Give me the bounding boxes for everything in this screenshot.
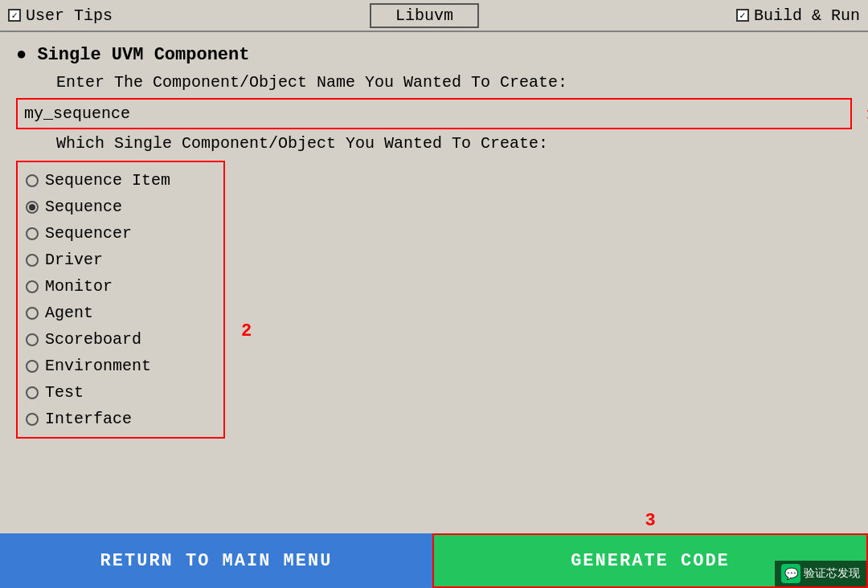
radio-circle-6 bbox=[26, 333, 39, 346]
content-area: Sequence ItemSequenceSequencerDriverMoni… bbox=[16, 161, 852, 439]
step-number-2: 2 bbox=[241, 321, 252, 341]
radio-item-agent[interactable]: Agent bbox=[26, 300, 215, 326]
wechat-badge: 💬 验证芯发现 bbox=[775, 561, 866, 586]
bottom-bar: RETURN TO MAIN MENU 3 GENERATE CODE 💬 验证… bbox=[0, 533, 868, 588]
radio-item-sequence-item[interactable]: Sequence Item bbox=[26, 167, 215, 194]
radio-item-sequencer[interactable]: Sequencer bbox=[26, 220, 215, 247]
radio-item-test[interactable]: Test bbox=[26, 379, 215, 406]
libuvm-section: Libuvm bbox=[113, 3, 736, 28]
radio-label-6: Scoreboard bbox=[45, 330, 141, 349]
radio-label-5: Agent bbox=[45, 304, 93, 322]
user-tips-label: User Tips bbox=[26, 6, 113, 25]
component-type-label: Which Single Component/Object You Wanted… bbox=[16, 134, 852, 153]
build-run-menu-item[interactable]: ✓ Build & Run bbox=[736, 6, 860, 25]
build-run-checkbox[interactable]: ✓ bbox=[736, 9, 749, 22]
radio-item-environment[interactable]: Environment bbox=[26, 353, 215, 379]
radio-circle-8 bbox=[26, 386, 39, 399]
radio-circle-1 bbox=[26, 201, 39, 214]
radio-item-sequence[interactable]: Sequence bbox=[26, 194, 215, 220]
radio-circle-2 bbox=[26, 227, 39, 240]
generate-code-container: 3 GENERATE CODE 💬 验证芯发现 bbox=[432, 533, 868, 588]
radio-label-2: Sequencer bbox=[45, 224, 132, 243]
radio-label-3: Driver bbox=[45, 251, 103, 269]
radio-circle-3 bbox=[26, 254, 39, 267]
radio-label-4: Monitor bbox=[45, 277, 113, 296]
radio-circle-9 bbox=[26, 413, 39, 426]
radio-item-interface[interactable]: Interface bbox=[26, 406, 215, 432]
wechat-icon: 💬 bbox=[781, 564, 800, 583]
return-to-main-menu-button[interactable]: RETURN TO MAIN MENU bbox=[0, 533, 432, 588]
radio-circle-5 bbox=[26, 307, 39, 320]
radio-list-container: Sequence ItemSequenceSequencerDriverMoni… bbox=[16, 161, 225, 439]
radio-item-driver[interactable]: Driver bbox=[26, 247, 215, 273]
build-run-label: Build & Run bbox=[754, 6, 860, 25]
name-label: Enter The Component/Object Name You Want… bbox=[16, 73, 852, 92]
radio-circle-4 bbox=[26, 280, 39, 293]
radio-label-8: Test bbox=[45, 383, 84, 402]
menu-bar: ✓ User Tips Libuvm ✓ Build & Run bbox=[0, 0, 868, 32]
radio-label-9: Interface bbox=[45, 410, 132, 428]
component-name-input[interactable] bbox=[18, 100, 850, 128]
radio-circle-0 bbox=[26, 174, 39, 187]
wechat-label: 验证芯发现 bbox=[804, 566, 860, 581]
radio-label-1: Sequence bbox=[45, 198, 122, 216]
main-content: ● Single UVM Component Enter The Compone… bbox=[0, 32, 868, 439]
section-title: ● Single UVM Component bbox=[16, 45, 852, 65]
libuvm-box[interactable]: Libuvm bbox=[370, 3, 479, 28]
user-tips-checkbox[interactable]: ✓ bbox=[8, 9, 21, 22]
input-wrapper: 1 bbox=[16, 98, 852, 129]
radio-label-7: Environment bbox=[45, 357, 151, 375]
radio-bullet-title: ● bbox=[16, 45, 37, 65]
libuvm-label: Libuvm bbox=[395, 6, 453, 25]
radio-label-0: Sequence Item bbox=[45, 171, 170, 190]
radio-circle-7 bbox=[26, 360, 39, 373]
name-input-container bbox=[16, 98, 852, 129]
user-tips-menu-item[interactable]: ✓ User Tips bbox=[8, 6, 113, 25]
step-number-3: 3 bbox=[645, 511, 655, 531]
radio-item-scoreboard[interactable]: Scoreboard bbox=[26, 326, 215, 353]
radio-item-monitor[interactable]: Monitor bbox=[26, 273, 215, 300]
